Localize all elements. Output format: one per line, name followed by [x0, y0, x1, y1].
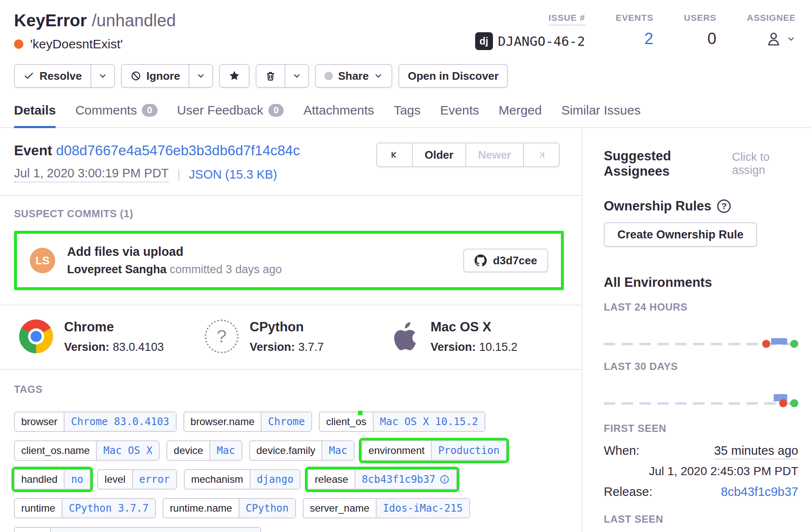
tag-value-link[interactable]: Chrome: [261, 412, 311, 431]
last-24-hours-sparkline: [604, 313, 798, 350]
newer-event-button[interactable]: Newer: [465, 143, 523, 166]
stat-assignee: ASSIGNEE: [747, 11, 796, 51]
release-label: Release:: [604, 485, 676, 499]
tag-value-link[interactable]: Idos-iMac-215: [376, 499, 469, 518]
commit-sha-button[interactable]: d3d7cee: [463, 249, 548, 272]
tag-value-link[interactable]: Mac: [321, 441, 353, 460]
context-runtime: ? CPython Version:3.7.7: [205, 318, 387, 355]
assignee-dropdown[interactable]: [764, 30, 796, 48]
first-seen-release-link[interactable]: 8cb43f1c9b37: [721, 485, 798, 498]
delete-button[interactable]: [256, 65, 284, 87]
all-environments-title: All Environments: [604, 275, 798, 290]
trash-icon: [265, 70, 276, 81]
first-event-button[interactable]: [377, 143, 412, 166]
share-status-dot-icon: [324, 72, 333, 80]
ignore-button[interactable]: Ignore: [122, 65, 189, 87]
resolve-button[interactable]: Resolve: [15, 65, 90, 87]
last-24-hours-label: LAST 24 HOURS: [604, 301, 798, 313]
tab-tags[interactable]: Tags: [394, 103, 420, 128]
version-value: 3.7.7: [298, 341, 324, 353]
event-json-link[interactable]: JSON (15.3 KB): [189, 168, 277, 182]
event-id-link[interactable]: d08d7667e4a5476eb3b3db6d7f14c84c: [56, 143, 300, 158]
open-in-discover-button[interactable]: Open in Discover: [399, 65, 507, 87]
tag-pill-mechanism: mechanismdjango: [184, 469, 301, 490]
tags-list: browserChrome 83.0.4103browser.nameChrom…: [14, 412, 579, 532]
version-label: Version:: [64, 341, 110, 353]
first-seen-relative: 35 minutes ago: [714, 444, 798, 459]
share-button[interactable]: Share: [316, 65, 391, 87]
tag-value-link[interactable]: 8cb43f1c9b37: [355, 470, 456, 489]
chevron-down-icon: [196, 71, 206, 81]
older-event-button[interactable]: Older: [412, 143, 465, 166]
tags-section: TAGS browserChrome 83.0.4103browser.name…: [0, 370, 582, 532]
context-name: Chrome: [64, 319, 164, 335]
suggested-assignees-title: Suggested Assignees: [604, 148, 726, 179]
tag-value-link[interactable]: error: [132, 470, 176, 489]
issue-type: KeyError: [14, 11, 87, 30]
skip-last-icon: [536, 149, 547, 160]
users-label: USERS: [684, 13, 716, 23]
tag-key: handled: [15, 470, 64, 489]
tag-value-link[interactable]: django: [250, 470, 300, 489]
suggested-assignees-header: Suggested Assignees Click to assign: [604, 148, 798, 179]
users-count[interactable]: 0: [707, 30, 716, 48]
error-level-dot: [14, 39, 23, 49]
tab-events[interactable]: Events: [440, 103, 479, 128]
event-bar[interactable]: [771, 338, 787, 344]
context-name: CPython: [250, 319, 324, 335]
tag-pill-runtime.name: runtime.nameCPython: [163, 498, 296, 518]
context-browser: Chrome Version:83.0.4103: [19, 318, 205, 355]
stat-issue: ISSUE # dj DJANGO-46-2: [475, 11, 585, 51]
tab-attachments[interactable]: Attachments: [303, 103, 374, 128]
tag-pill-client_os: client_osMac OS X 10.15.2: [319, 412, 485, 432]
delete-dropdown-button[interactable]: [284, 65, 308, 87]
tag-pill-client_os.name: client_os.nameMac OS X: [14, 440, 160, 461]
issue-short-id[interactable]: dj DJANGO-46-2: [475, 32, 585, 50]
tag-value-link[interactable]: Production: [431, 441, 506, 460]
tag-value-link[interactable]: Mac OS X 10.15.2: [373, 412, 484, 431]
help-icon[interactable]: ?: [717, 199, 731, 213]
tag-value-link[interactable]: e8c87ba1dc494bb2a4346bcfbf7b1b06: [50, 528, 260, 532]
tab-user-feedback[interactable]: User Feedback0: [177, 103, 284, 128]
tag-value-link[interactable]: Mac OS X: [96, 441, 159, 460]
tag-value-link[interactable]: CPython 3.7.7: [62, 499, 155, 518]
ignore-label: Ignore: [146, 70, 180, 83]
tag-value-link[interactable]: Mac: [209, 441, 241, 460]
context-name: Mac OS X: [431, 319, 518, 335]
click-to-assign-hint: Click to assign: [732, 151, 798, 177]
create-ownership-rule-button[interactable]: Create Ownership Rule: [604, 222, 757, 247]
release-marker-green[interactable]: [790, 399, 798, 407]
resolve-dropdown-button[interactable]: [90, 65, 114, 87]
tag-pill-browser.name: browser.nameChrome: [183, 412, 312, 432]
chevron-down-icon: [292, 71, 301, 81]
skip-last-button[interactable]: [523, 143, 559, 166]
tag-pill-trace: tracee8c87ba1dc494bb2a4346bcfbf7b1b06: [14, 527, 261, 532]
tag-key: runtime.name: [163, 499, 239, 518]
tab-comments[interactable]: Comments0: [75, 103, 157, 128]
tab-label: Merged: [498, 103, 542, 118]
tab-details[interactable]: Details: [14, 103, 56, 128]
main-column: Event d08d7667e4a5476eb3b3db6d7f14c84c J…: [0, 128, 583, 532]
release-marker-red[interactable]: [762, 340, 770, 348]
divider: |: [177, 168, 180, 182]
event-label: Event: [14, 143, 52, 158]
tag-value-link[interactable]: CPython: [239, 499, 295, 518]
release-marker-red[interactable]: [779, 399, 787, 407]
person-icon: [764, 30, 783, 48]
context-os: Mac OS X Version:10.15.2: [387, 318, 518, 355]
version-label: Version:: [431, 341, 476, 353]
ignore-dropdown-button[interactable]: [189, 65, 212, 87]
bookmark-button[interactable]: [220, 65, 249, 87]
release-marker-green[interactable]: [790, 340, 798, 348]
tag-pill-device: deviceMac: [166, 440, 242, 461]
apple-icon: [387, 318, 420, 355]
tag-pill-level: levelerror: [97, 469, 177, 490]
tag-value-link[interactable]: no: [64, 470, 90, 489]
tab-merged[interactable]: Merged: [498, 103, 542, 128]
tab-similar-issues[interactable]: Similar Issues: [561, 103, 641, 128]
version-value: 83.0.4103: [113, 341, 164, 353]
issue-header: KeyError/unhandled 'keyDoesntExist' ISSU…: [0, 0, 811, 51]
tag-value-link[interactable]: Chrome 83.0.4103: [64, 412, 175, 431]
mute-icon: [130, 70, 141, 81]
events-count[interactable]: 2: [645, 30, 653, 48]
